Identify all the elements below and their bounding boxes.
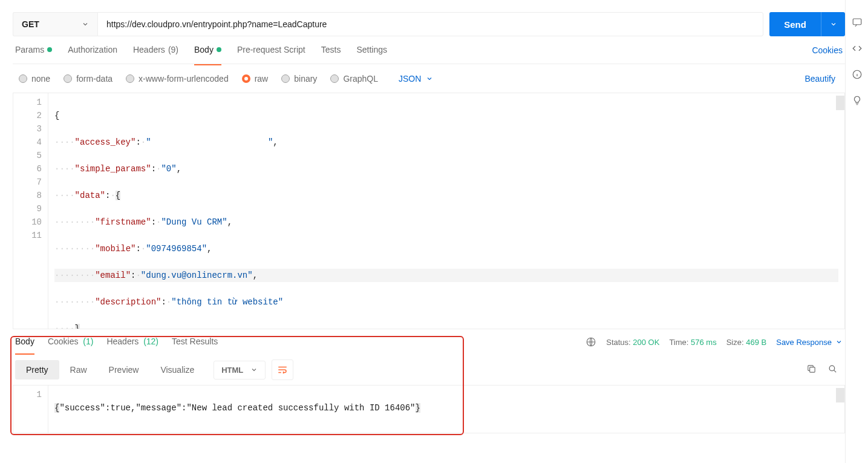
tab-settings-label: Settings: [356, 45, 387, 54]
response-tab-cookies[interactable]: Cookies (1): [48, 337, 94, 347]
beautify-button[interactable]: Beautify: [804, 74, 839, 84]
svg-point-2: [829, 366, 835, 371]
body-language-label: JSON: [399, 74, 421, 84]
body-type-xwww[interactable]: x-www-form-urlencoded: [126, 74, 229, 84]
body-type-formdata-label: form-data: [76, 74, 113, 84]
chevron-down-icon: [426, 75, 433, 82]
response-tab-body[interactable]: Body: [15, 337, 34, 347]
editor-scrollbar[interactable]: [836, 96, 844, 110]
body-type-binary-label: binary: [294, 74, 317, 84]
body-type-none-label: none: [31, 74, 50, 84]
svg-rect-1: [810, 367, 815, 373]
response-body-editor[interactable]: 1 {"success":true,"message":"New lead cr…: [13, 385, 845, 433]
response-tab-testresults[interactable]: Test Results: [172, 337, 218, 347]
tab-prerequest[interactable]: Pre-request Script: [237, 45, 305, 56]
tab-authorization[interactable]: Authorization: [68, 45, 117, 56]
wrap-icon: [277, 364, 288, 375]
url-input-container: [97, 12, 763, 36]
copy-icon: [806, 364, 817, 374]
radio-icon-selected: [242, 74, 250, 83]
tab-headers-label: Headers: [133, 45, 165, 54]
tab-headers-count: (9): [168, 45, 178, 54]
radio-icon: [64, 74, 72, 83]
request-body-editor[interactable]: 1234567891011 { ····"access_key":·" ", ·…: [13, 93, 845, 329]
code-icon[interactable]: [851, 43, 863, 56]
response-tab-headers[interactable]: Headers (12): [106, 337, 158, 347]
time-text: Time: 576 ms: [669, 338, 716, 347]
params-indicator-dot: [47, 47, 52, 52]
tab-prerequest-label: Pre-request Script: [237, 45, 305, 54]
cookies-link[interactable]: Cookies: [812, 45, 843, 55]
body-type-xwww-label: x-www-form-urlencoded: [139, 74, 229, 84]
comments-icon[interactable]: [852, 17, 863, 30]
url-input[interactable]: [106, 19, 754, 29]
http-method-label: GET: [22, 19, 39, 29]
body-indicator-dot: [217, 47, 221, 52]
tab-params[interactable]: Params: [15, 45, 52, 56]
body-type-graphql-label: GraphQL: [343, 74, 378, 84]
response-tab-testresults-label: Test Results: [172, 337, 218, 346]
response-cookies-count: (1): [83, 337, 93, 346]
editor-gutter: 1: [13, 386, 48, 433]
body-type-formdata[interactable]: form-data: [64, 74, 113, 84]
radio-icon: [330, 74, 339, 83]
view-tab-pretty[interactable]: Pretty: [15, 360, 59, 379]
response-tab-cookies-label: Cookies: [48, 337, 79, 346]
copy-response-button[interactable]: [806, 364, 817, 376]
size-text: Size: 469 B: [726, 338, 767, 347]
body-type-binary[interactable]: binary: [281, 74, 317, 84]
chevron-down-icon: [835, 338, 843, 346]
send-button[interactable]: Send: [769, 12, 821, 36]
body-type-none[interactable]: none: [19, 74, 50, 84]
view-tab-preview[interactable]: Preview: [98, 360, 150, 379]
view-tab-visualize[interactable]: Visualize: [149, 360, 205, 379]
body-type-raw-label: raw: [255, 74, 269, 84]
tab-body-label: Body: [194, 45, 214, 54]
tab-tests-label: Tests: [321, 45, 341, 54]
chevron-down-icon: [830, 21, 837, 28]
body-type-raw[interactable]: raw: [242, 74, 269, 84]
chevron-down-icon: [250, 366, 258, 373]
send-options-button[interactable]: [821, 12, 845, 36]
body-language-select[interactable]: JSON: [399, 74, 433, 84]
chevron-down-icon: [82, 21, 89, 28]
body-type-graphql[interactable]: GraphQL: [330, 74, 378, 84]
wrap-lines-button[interactable]: [272, 360, 293, 380]
response-tab-body-label: Body: [15, 337, 34, 346]
radio-icon: [19, 74, 27, 83]
editor-content[interactable]: { ····"access_key":·" ", ····"simple_par…: [48, 93, 844, 329]
save-response-label: Save Response: [776, 338, 832, 347]
tab-params-label: Params: [15, 45, 44, 54]
editor-scrollbar[interactable]: [836, 388, 844, 402]
search-icon: [827, 364, 838, 374]
right-sidebar: [845, 0, 868, 463]
radio-icon: [126, 74, 134, 83]
view-tab-raw[interactable]: Raw: [59, 360, 98, 379]
info-icon[interactable]: [852, 69, 863, 82]
tab-settings[interactable]: Settings: [356, 45, 387, 56]
tab-headers[interactable]: Headers (9): [133, 45, 178, 56]
save-response-button[interactable]: Save Response: [776, 338, 843, 347]
globe-icon: [586, 337, 596, 347]
search-response-button[interactable]: [827, 364, 838, 376]
tab-body[interactable]: Body: [194, 45, 221, 56]
radio-icon: [281, 74, 290, 83]
svg-rect-3: [853, 19, 861, 25]
tab-tests[interactable]: Tests: [321, 45, 341, 56]
response-format-select[interactable]: HTML: [214, 361, 266, 379]
response-content[interactable]: {"success":true,"message":"New lead crea…: [48, 386, 844, 433]
lightbulb-icon[interactable]: [852, 95, 863, 108]
response-headers-count: (12): [143, 337, 158, 346]
status-text: Status: 200 OK: [606, 338, 659, 347]
http-method-select[interactable]: GET: [13, 12, 97, 36]
editor-gutter: 1234567891011: [13, 93, 48, 329]
tab-authorization-label: Authorization: [68, 45, 117, 54]
response-tab-headers-label: Headers: [106, 337, 139, 346]
response-format-label: HTML: [221, 366, 243, 375]
